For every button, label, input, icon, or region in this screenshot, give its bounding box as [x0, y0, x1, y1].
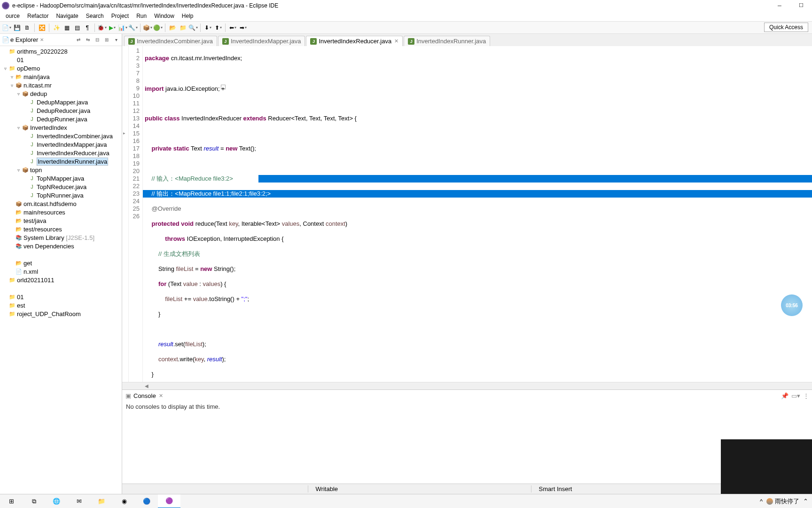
collapse-all-icon[interactable]: ⇄: [75, 36, 82, 44]
tree-node[interactable]: 📦om.itcast.hdfsdemo: [0, 199, 122, 208]
taskbar-app-mail[interactable]: ✉: [68, 494, 90, 508]
maximize-button[interactable]: ☐: [790, 0, 812, 11]
wand-button[interactable]: ✨: [52, 23, 61, 32]
explorer-tree[interactable]: 📁orithms_2022022801▿📁opDemo▿📂main/java▿📦…: [0, 46, 122, 494]
minimize-button[interactable]: ─: [769, 0, 790, 11]
tree-node[interactable]: JInvertedIndexRunner.java: [0, 157, 122, 166]
menu-search[interactable]: Search: [82, 12, 108, 20]
tree-node[interactable]: 📁01: [0, 293, 122, 301]
display-console-icon[interactable]: ▭▾: [791, 392, 800, 399]
filter-icon[interactable]: ⊞: [103, 36, 110, 44]
tree-node[interactable]: JDedupReducer.java: [0, 106, 122, 115]
taskbar-app-dell[interactable]: ◉: [113, 494, 135, 508]
java-file-icon: J: [222, 38, 229, 45]
block-button[interactable]: ▦: [62, 23, 71, 32]
console-menu-icon[interactable]: ⋮: [803, 392, 809, 399]
tree-node[interactable]: ▿📁opDemo: [0, 64, 122, 72]
tree-node[interactable]: JTopNRunner.java: [0, 191, 122, 199]
save-all-button[interactable]: 🗎: [23, 23, 32, 32]
tree-node[interactable]: 📄n.xml: [0, 267, 122, 276]
tree-node[interactable]: 📂get: [0, 259, 122, 267]
tree-node[interactable]: ▿📦InvertedIndex: [0, 123, 122, 132]
open-type-button[interactable]: 📂: [168, 23, 177, 32]
tree-node[interactable]: 📚ven Dependencies: [0, 242, 122, 250]
editor-tab[interactable]: JInvertedIndexMapper.java: [218, 36, 305, 46]
menu-window[interactable]: Window: [150, 12, 178, 20]
open-task-button[interactable]: 📁: [178, 23, 187, 32]
tree-node[interactable]: 01: [0, 56, 122, 64]
show-whitespace-button[interactable]: ¶: [83, 23, 92, 32]
tree-node[interactable]: 📁orld20211011: [0, 276, 122, 284]
tree-node[interactable]: [0, 250, 122, 259]
tree-node[interactable]: ▿📦n.itcast.mr: [0, 81, 122, 89]
editor-tab-active[interactable]: JInvertedIndexReducer.java✕: [306, 36, 403, 46]
editor-tab[interactable]: JInvertedIndexRunner.java: [404, 36, 490, 46]
quick-access[interactable]: Quick Access: [764, 23, 808, 32]
run-last-button[interactable]: 🔧: [128, 23, 138, 32]
menu-project[interactable]: Project: [108, 12, 133, 20]
code-content[interactable]: package cn.itcast.mr.InvertedIndex; impo…: [143, 46, 812, 382]
menu-source[interactable]: ource: [2, 12, 23, 20]
forward-button[interactable]: ➡: [238, 23, 248, 32]
next-annotation-button[interactable]: ⬇: [203, 23, 212, 32]
tree-node[interactable]: 📚System Library [J2SE-1.5]: [0, 233, 122, 242]
menu-navigate[interactable]: Navigate: [52, 12, 82, 20]
tree-node[interactable]: 📁orithms_20220228: [0, 47, 122, 56]
task-view-button[interactable]: ⧉: [23, 494, 45, 508]
tree-node[interactable]: 📂test/java: [0, 216, 122, 225]
tree-node[interactable]: ▿📂main/java: [0, 72, 122, 81]
focus-icon[interactable]: ⊟: [94, 36, 101, 44]
tree-node[interactable]: JInvertedIndexReducer.java: [0, 149, 122, 157]
soft-wrap-button[interactable]: ▤: [72, 23, 82, 32]
tree-node[interactable]: JTopNReducer.java: [0, 183, 122, 191]
link-editor-icon[interactable]: ⇆: [84, 36, 92, 44]
taskbar-app-explorer[interactable]: 📁: [90, 494, 113, 508]
run-button[interactable]: ▶: [108, 23, 117, 32]
java-file-icon: J: [128, 38, 135, 45]
tree-node[interactable]: JInvertedIndexMapper.java: [0, 140, 122, 149]
save-button[interactable]: 💾: [12, 23, 22, 32]
tray-expand-icon[interactable]: ^: [760, 498, 763, 505]
tree-node[interactable]: JTopNMapper.java: [0, 174, 122, 183]
coverage-button[interactable]: 📊: [118, 23, 127, 32]
toggle-button[interactable]: 🔀: [37, 23, 47, 32]
separator: [140, 24, 141, 32]
menu-run[interactable]: Run: [133, 12, 150, 20]
tree-node[interactable]: JDedupRunner.java: [0, 115, 122, 123]
tree-node[interactable]: 📁roject_UDP_ChatRoom: [0, 310, 122, 318]
tree-node[interactable]: 📁est: [0, 301, 122, 310]
new-class-button[interactable]: 🟢: [153, 23, 163, 32]
debug-button[interactable]: 🐞: [97, 23, 107, 32]
search-button[interactable]: 🔍: [188, 23, 198, 32]
tree-node[interactable]: JInvertedIndexCombiner.java: [0, 132, 122, 140]
prev-annotation-button[interactable]: ⬆: [213, 23, 223, 32]
tray-more-icon[interactable]: ⌃: [803, 498, 808, 505]
system-tray: ^ 雨快停了 ⌃: [760, 497, 812, 506]
close-tab-icon[interactable]: ✕: [394, 38, 398, 44]
new-button[interactable]: 📄: [2, 23, 11, 32]
taskbar-app-eclipse[interactable]: 🟣: [158, 494, 180, 508]
new-package-button[interactable]: 📦: [143, 23, 152, 32]
tree-node[interactable]: JDedupMapper.java: [0, 98, 122, 106]
close-icon[interactable]: ✕: [40, 37, 44, 42]
tray-weather[interactable]: 雨快停了: [766, 497, 799, 506]
taskbar-app-browser[interactable]: 🔵: [135, 494, 158, 508]
scroll-left-icon[interactable]: ◀: [143, 383, 150, 389]
tree-node[interactable]: [0, 284, 122, 293]
menu-help[interactable]: Help: [178, 12, 197, 20]
start-button[interactable]: ⊞: [0, 494, 23, 508]
close-console-icon[interactable]: ✕: [159, 393, 163, 399]
pin-console-icon[interactable]: 📌: [781, 392, 789, 399]
tree-node[interactable]: ▿📦topn: [0, 166, 122, 174]
horizontal-scrollbar[interactable]: ◀: [122, 382, 812, 389]
menu-refactor[interactable]: Refactor: [23, 12, 52, 20]
back-button[interactable]: ⬅: [228, 23, 237, 32]
tree-node[interactable]: ▿📦dedup: [0, 89, 122, 98]
weather-icon: [766, 498, 773, 505]
tree-node[interactable]: 📂test/resources: [0, 225, 122, 233]
tree-node[interactable]: 📂main/resources: [0, 208, 122, 216]
code-editor[interactable]: 1237891011121314151617181920212223242526…: [122, 46, 812, 382]
editor-tab[interactable]: JInvertedIndexCombiner.java: [124, 36, 217, 46]
taskbar-app-edge[interactable]: 🌐: [45, 494, 68, 508]
view-menu-icon[interactable]: ▾: [112, 36, 120, 44]
